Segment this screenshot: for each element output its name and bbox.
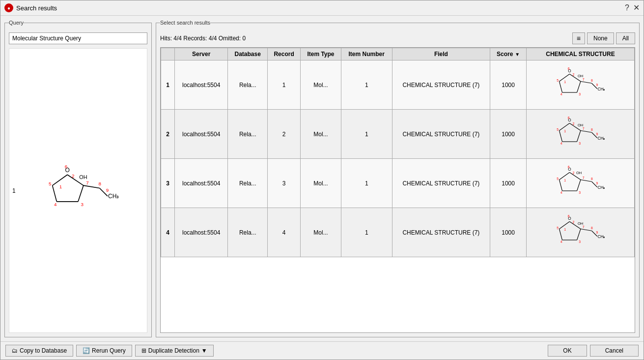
database-cell: Rela... bbox=[228, 110, 268, 159]
svg-text:9: 9 bbox=[596, 230, 598, 234]
svg-text:OH: OH bbox=[79, 174, 87, 180]
col-itemnumber[interactable]: Item Number bbox=[341, 48, 392, 60]
col-score[interactable]: Score ▼ bbox=[490, 48, 527, 60]
structure-cell: O OH 6 7 3 4 5 2 1 CH₃ 8 9 bbox=[527, 110, 635, 159]
score-cell: 1000 bbox=[490, 110, 527, 159]
svg-text:OH: OH bbox=[576, 170, 582, 175]
columns-button[interactable]: ≡ bbox=[572, 32, 585, 44]
row-number-cell: 4 bbox=[161, 208, 175, 257]
svg-line-20 bbox=[577, 81, 581, 92]
itemtype-cell: Mol... bbox=[301, 110, 341, 159]
duplicate-detection-button[interactable]: ⊞ Duplicate Detection ▼ bbox=[135, 345, 214, 357]
svg-text:CH₃: CH₃ bbox=[597, 87, 605, 91]
query-row-number: 1 bbox=[12, 187, 16, 194]
svg-text:2: 2 bbox=[572, 171, 574, 175]
col-itemtype[interactable]: Item Type bbox=[301, 48, 341, 60]
svg-text:OH: OH bbox=[578, 221, 583, 225]
svg-line-90 bbox=[581, 229, 592, 231]
svg-text:9: 9 bbox=[596, 181, 598, 184]
svg-line-79 bbox=[559, 229, 562, 240]
svg-text:6: 6 bbox=[567, 214, 569, 217]
results-table-container: Server Database Record Item Type Item Nu… bbox=[160, 47, 635, 333]
itemtype-cell: Mol... bbox=[301, 159, 341, 208]
ok-button[interactable]: OK bbox=[548, 345, 587, 357]
svg-text:2: 2 bbox=[72, 173, 74, 178]
svg-line-41 bbox=[559, 130, 562, 142]
close-button[interactable]: ✕ bbox=[633, 4, 640, 12]
record-cell: 3 bbox=[268, 159, 301, 208]
col-record[interactable]: Record bbox=[268, 48, 301, 60]
results-table: Server Database Record Item Type Item Nu… bbox=[161, 48, 635, 257]
structure-cell: O OH 6 7 3 4 5 2 1 CH₃ 8 9 bbox=[527, 159, 635, 208]
svg-line-33 bbox=[581, 81, 592, 83]
svg-text:4: 4 bbox=[560, 92, 562, 96]
row-number-cell: 2 bbox=[161, 110, 175, 159]
col-field[interactable]: Field bbox=[392, 48, 490, 60]
query-structure-display: 1 O OH bbox=[9, 48, 147, 333]
col-server[interactable]: Server bbox=[175, 48, 228, 60]
svg-text:5: 5 bbox=[557, 177, 559, 180]
svg-text:3: 3 bbox=[579, 142, 581, 145]
svg-text:5: 5 bbox=[49, 181, 52, 186]
database-cell: Rela... bbox=[228, 208, 268, 257]
all-button[interactable]: All bbox=[616, 32, 635, 44]
svg-text:4: 4 bbox=[54, 201, 57, 207]
copy-label: Copy to Database bbox=[20, 347, 67, 354]
svg-text:6: 6 bbox=[567, 116, 569, 119]
footer: 🗂 Copy to Database 🔄 Rerun Query ⊞ Dupli… bbox=[0, 341, 644, 360]
svg-text:7: 7 bbox=[582, 176, 584, 180]
field-cell: CHEMICAL STRUCTURE (7) bbox=[392, 110, 490, 159]
copy-to-database-button[interactable]: 🗂 Copy to Database bbox=[5, 345, 73, 357]
results-legend: Select search results bbox=[160, 20, 210, 26]
svg-text:OH: OH bbox=[578, 73, 583, 78]
svg-text:4: 4 bbox=[560, 142, 562, 145]
structure-cell: O OH 6 7 3 4 5 2 1 CH₃ 8 9 bbox=[527, 208, 635, 257]
molecule-display-2: O OH 6 7 3 4 5 2 1 CH₃ 8 9 bbox=[531, 112, 630, 156]
svg-text:8: 8 bbox=[591, 78, 593, 82]
svg-text:5: 5 bbox=[557, 78, 559, 82]
itemnumber-cell: 1 bbox=[341, 60, 392, 110]
table-row: 3 localhost:5504 Rela... 3 Mol... 1 CHEM… bbox=[161, 159, 635, 208]
col-database[interactable]: Database bbox=[228, 48, 268, 60]
svg-text:8: 8 bbox=[591, 226, 593, 229]
svg-text:4: 4 bbox=[560, 240, 562, 243]
svg-text:8: 8 bbox=[591, 177, 593, 180]
results-header: Hits: 4/4 Records: 4/4 Omitted: 0 ≡ None… bbox=[160, 32, 635, 44]
table-row: 1 localhost:5504 Rela... 1 Mol... 1 CHEM… bbox=[161, 60, 635, 110]
score-cell: 1000 bbox=[490, 60, 527, 110]
svg-line-22 bbox=[559, 81, 562, 92]
svg-line-14 bbox=[84, 185, 100, 188]
svg-text:7: 7 bbox=[582, 127, 584, 130]
help-button[interactable]: ? bbox=[625, 4, 629, 12]
none-button[interactable]: None bbox=[587, 32, 614, 44]
server-cell: localhost:5504 bbox=[175, 159, 228, 208]
svg-text:1: 1 bbox=[564, 80, 566, 84]
table-row: 4 localhost:5504 Rela... 4 Mol... 1 CHEM… bbox=[161, 208, 635, 257]
rerun-query-button[interactable]: 🔄 Rerun Query bbox=[76, 345, 132, 357]
svg-text:1: 1 bbox=[564, 179, 566, 182]
app-icon: ● bbox=[4, 3, 13, 12]
svg-line-60 bbox=[559, 180, 562, 191]
itemtype-cell: Mol... bbox=[301, 60, 341, 110]
header-buttons: ≡ None All bbox=[572, 32, 635, 44]
table-row: 2 localhost:5504 Rela... 2 Mol... 1 CHEM… bbox=[161, 110, 635, 159]
svg-text:8: 8 bbox=[98, 181, 101, 186]
cancel-button[interactable]: Cancel bbox=[590, 345, 639, 357]
svg-line-52 bbox=[581, 130, 592, 132]
svg-text:3: 3 bbox=[579, 240, 581, 243]
field-cell: CHEMICAL STRUCTURE (7) bbox=[392, 159, 490, 208]
col-structure: CHEMICAL STRUCTURE bbox=[527, 48, 635, 60]
svg-line-71 bbox=[581, 180, 592, 181]
itemnumber-cell: 1 bbox=[341, 159, 392, 208]
svg-text:3: 3 bbox=[579, 92, 581, 96]
svg-text:CH₃: CH₃ bbox=[597, 185, 605, 189]
svg-line-77 bbox=[577, 229, 581, 240]
svg-text:7: 7 bbox=[582, 225, 584, 229]
table-header-row: Server Database Record Item Type Item Nu… bbox=[161, 48, 635, 60]
svg-text:6: 6 bbox=[567, 66, 569, 70]
molecule-display-1: O OH 6 7 3 4 5 2 1 CH₃ 8 9 bbox=[531, 63, 630, 107]
molecule-display-4: O OH 6 7 3 4 5 2 1 CH₃ 8 9 bbox=[531, 210, 630, 255]
svg-line-58 bbox=[577, 180, 581, 191]
svg-line-3 bbox=[53, 185, 57, 202]
svg-text:6: 6 bbox=[567, 165, 569, 168]
